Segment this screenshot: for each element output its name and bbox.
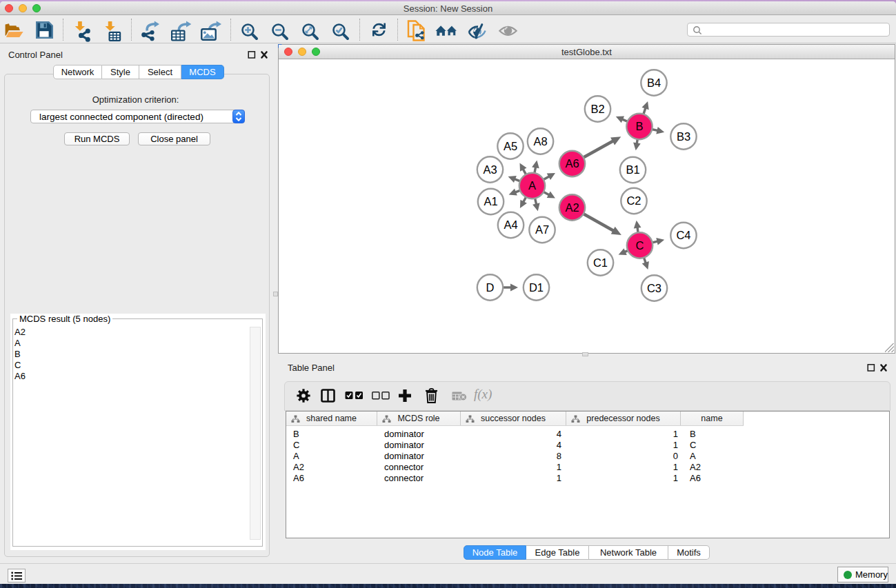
svg-text:C4: C4 xyxy=(676,229,690,241)
svg-text:A8: A8 xyxy=(533,135,547,148)
svg-text:A6: A6 xyxy=(565,157,579,170)
svg-text:A7: A7 xyxy=(535,223,549,236)
svg-text:A3: A3 xyxy=(483,163,497,176)
svg-text:A2: A2 xyxy=(565,201,579,214)
svg-text:C2: C2 xyxy=(626,194,641,207)
svg-text:B2: B2 xyxy=(590,103,604,115)
svg-text:A4: A4 xyxy=(504,219,517,231)
svg-text:B3: B3 xyxy=(677,130,690,143)
svg-text:B: B xyxy=(635,120,643,132)
svg-text:A5: A5 xyxy=(504,140,517,152)
svg-text:C3: C3 xyxy=(647,282,661,294)
svg-text:D1: D1 xyxy=(529,281,544,294)
svg-text:A: A xyxy=(528,179,536,192)
svg-text:D: D xyxy=(486,281,495,294)
svg-text:B1: B1 xyxy=(626,163,639,176)
svg-text:A1: A1 xyxy=(484,195,497,207)
svg-text:C1: C1 xyxy=(593,256,608,269)
svg-text:C: C xyxy=(636,239,644,252)
svg-text:B4: B4 xyxy=(647,77,661,89)
